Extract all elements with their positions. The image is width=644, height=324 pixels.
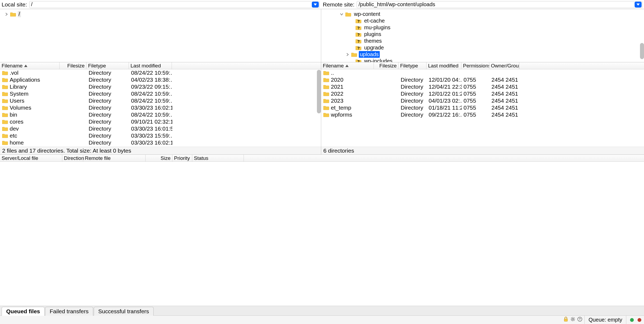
status-dot-green[interactable]: [630, 318, 634, 322]
file-type: Directory: [87, 84, 129, 90]
file-row[interactable]: home Directory 03/30/23 16:02:19: [0, 139, 321, 146]
remote-path-dropdown-button[interactable]: [635, 2, 642, 8]
local-path-combo[interactable]: [29, 1, 320, 8]
tab-queued-files[interactable]: Queued files: [2, 307, 45, 316]
remote-list-header[interactable]: Filename Filesize Filetype Last modified…: [321, 62, 644, 69]
queue-header[interactable]: Server/Local file Direction Remote file …: [0, 155, 644, 162]
remote-tree-node[interactable]: et-cache: [323, 17, 642, 24]
file-row[interactable]: dev Directory 03/30/23 16:01:58: [0, 125, 321, 132]
remote-tree-node[interactable]: wp-content: [323, 11, 642, 17]
file-row[interactable]: cores Directory 09/10/21 02:32:17: [0, 118, 321, 125]
local-path-dropdown-button[interactable]: [312, 2, 319, 8]
lists-row: Filename Filesize Filetype Last modified…: [0, 62, 644, 147]
scrollbar-thumb[interactable]: [640, 43, 644, 59]
remote-tree-node[interactable]: mu-plugins: [323, 24, 642, 31]
col-filesize[interactable]: Filesize: [374, 62, 399, 69]
remote-tree-node[interactable]: themes: [323, 38, 642, 44]
col-filetype[interactable]: Filetype: [399, 62, 426, 69]
tree-node-label: wp-content: [353, 11, 381, 17]
file-modified: 09/10/21 02:32:17: [129, 118, 172, 125]
file-row[interactable]: et_temp Directory 01/18/21 11:2… 0755 24…: [321, 104, 644, 111]
local-tree[interactable]: /: [0, 9, 321, 62]
file-row[interactable]: ..: [321, 69, 644, 76]
col-last-modified[interactable]: Last modified: [129, 62, 172, 69]
local-tree-pane: /: [0, 9, 321, 62]
gear-icon[interactable]: [570, 317, 575, 323]
scrollbar-thumb[interactable]: [317, 70, 321, 113]
col-filename[interactable]: Filename: [0, 62, 60, 69]
help-icon[interactable]: [577, 317, 582, 323]
col-last-modified[interactable]: Last modified: [426, 62, 461, 69]
file-type: Directory: [87, 105, 129, 111]
col-priority[interactable]: Priority: [172, 155, 192, 161]
file-type: Directory: [399, 84, 427, 90]
file-modified: 03/30/23 15:59:…: [129, 132, 172, 139]
folder-icon: [323, 112, 329, 117]
col-filesize[interactable]: Filesize: [60, 62, 86, 69]
col-status[interactable]: Status: [192, 155, 244, 161]
local-list-header[interactable]: Filename Filesize Filetype Last modified: [0, 62, 321, 69]
col-direction[interactable]: Direction: [62, 155, 83, 161]
file-owner: 2454 2451: [490, 105, 520, 111]
col-remote-file[interactable]: Remote file: [83, 155, 146, 161]
remote-path-combo[interactable]: [357, 1, 642, 8]
file-row[interactable]: wpforms Directory 09/21/22 16:… 0755 245…: [321, 111, 644, 118]
file-row[interactable]: bin Directory 08/24/22 10:59:…: [0, 111, 321, 118]
file-modified: 12/01/20 04:…: [427, 77, 462, 83]
file-row[interactable]: .vol Directory 08/24/22 10:59:…: [0, 69, 321, 76]
tab-failed-transfers[interactable]: Failed transfers: [45, 307, 93, 316]
file-row[interactable]: 2021 Directory 12/04/21 22:3.. 0755 2454…: [321, 83, 644, 90]
file-modified: 03/30/23 16:02:17: [129, 105, 172, 111]
file-name: wpforms: [331, 111, 352, 118]
folder-unknown-icon: [356, 32, 361, 37]
file-modified: 12/04/21 22:3..: [427, 84, 462, 90]
col-permissions[interactable]: Permissions: [461, 62, 489, 69]
local-path-input[interactable]: [30, 1, 312, 8]
remote-tree[interactable]: wp-content et-cache mu-plugins plugins t…: [321, 9, 644, 62]
file-modified: 03/30/23 16:02:19: [129, 139, 172, 146]
col-size[interactable]: Size: [146, 155, 172, 161]
file-row[interactable]: Applications Directory 04/02/23 18:38:…: [0, 76, 321, 83]
col-filename[interactable]: Filename: [321, 62, 374, 69]
chevron-down-icon[interactable]: [339, 12, 344, 16]
remote-tree-node[interactable]: plugins: [323, 31, 642, 38]
file-row[interactable]: System Directory 08/24/22 10:59:…: [0, 90, 321, 97]
queue-body[interactable]: [0, 162, 644, 306]
remote-tree-node[interactable]: wp-includes: [323, 58, 642, 62]
chevron-placeholder: [350, 59, 354, 63]
local-list-pane: Filename Filesize Filetype Last modified…: [0, 62, 321, 147]
file-row[interactable]: etc Directory 03/30/23 15:59:…: [0, 132, 321, 139]
remote-list-body[interactable]: .. 2020 Directory 12/01/20 04:… 0755 245…: [321, 69, 644, 147]
sort-asc-icon: [345, 64, 349, 67]
tab-successful-transfers[interactable]: Successful transfers: [94, 307, 154, 316]
local-list-body[interactable]: .vol Directory 08/24/22 10:59:… Applicat…: [0, 69, 321, 147]
file-name: 2021: [331, 84, 343, 90]
chevron-right-icon[interactable]: [4, 12, 9, 16]
folder-unknown-icon: [356, 59, 361, 63]
local-site-label: Local site:: [2, 1, 27, 8]
remote-tree-node[interactable]: upgrade: [323, 44, 642, 51]
file-type: Directory: [87, 118, 129, 125]
file-row[interactable]: 2022 Directory 12/01/22 01:2… 0755 2454 …: [321, 90, 644, 97]
file-row[interactable]: 2023 Directory 04/01/23 02:… 0755 2454 2…: [321, 97, 644, 104]
col-filetype[interactable]: Filetype: [86, 62, 129, 69]
local-tree-root[interactable]: /: [2, 11, 319, 17]
file-name: Applications: [10, 77, 40, 83]
col-server-local[interactable]: Server/Local file: [0, 155, 62, 161]
file-row[interactable]: Library Directory 09/23/22 09:15:…: [0, 83, 321, 90]
lock-icon[interactable]: [563, 317, 568, 323]
file-name: .vol: [10, 70, 19, 76]
folder-icon: [2, 112, 8, 117]
file-modified: 08/24/22 10:59:…: [129, 91, 172, 97]
remote-tree-node[interactable]: uploads: [323, 51, 642, 58]
file-row[interactable]: Volumes Directory 03/30/23 16:02:17: [0, 104, 321, 111]
col-owner-group[interactable]: Owner/Group: [489, 62, 519, 69]
file-name: etc: [10, 132, 17, 139]
chevron-right-icon[interactable]: [345, 52, 350, 57]
file-row[interactable]: 2020 Directory 12/01/20 04:… 0755 2454 2…: [321, 76, 644, 83]
tree-node-label: uploads: [359, 51, 380, 58]
remote-path-input[interactable]: [357, 1, 635, 8]
file-row[interactable]: Users Directory 08/24/22 10:59:…: [0, 97, 321, 104]
file-type: Directory: [399, 77, 427, 83]
status-dot-red[interactable]: [638, 318, 641, 322]
